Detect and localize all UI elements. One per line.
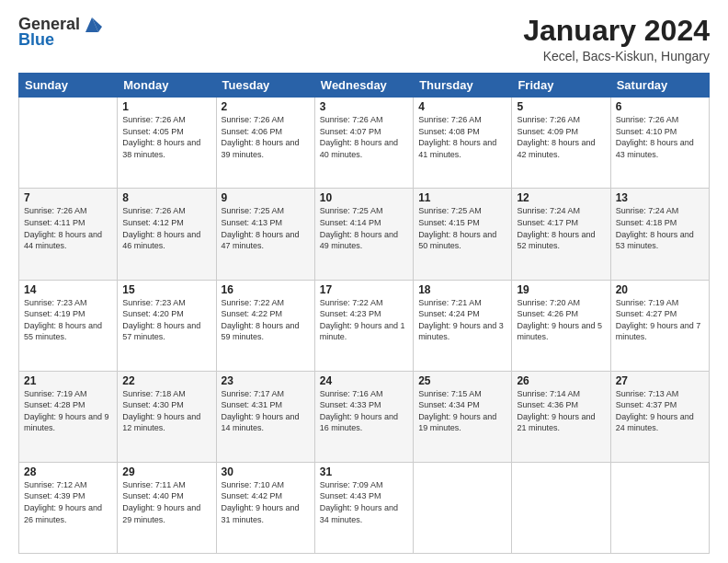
- table-row: [19, 98, 118, 189]
- cell-info: Sunrise: 7:19 AMSunset: 4:27 PMDaylight:…: [616, 297, 704, 343]
- day-number: 14: [24, 283, 112, 296]
- calendar-week-row: 1Sunrise: 7:26 AMSunset: 4:05 PMDaylight…: [19, 98, 710, 189]
- day-number: 11: [418, 191, 506, 204]
- month-title: January 2024: [523, 15, 710, 47]
- logo: General Blue: [18, 15, 102, 50]
- day-number: 17: [320, 283, 408, 296]
- day-number: 30: [222, 465, 310, 478]
- day-number: 29: [122, 465, 210, 478]
- day-number: 9: [222, 191, 310, 204]
- cell-info: Sunrise: 7:22 AMSunset: 4:22 PMDaylight:…: [222, 297, 310, 343]
- logo-icon: [82, 16, 102, 34]
- cell-info: Sunrise: 7:24 AMSunset: 4:17 PMDaylight:…: [517, 205, 605, 251]
- cell-info: Sunrise: 7:12 AMSunset: 4:39 PMDaylight:…: [24, 479, 112, 525]
- calendar-week-row: 14Sunrise: 7:23 AMSunset: 4:19 PMDayligh…: [19, 280, 710, 371]
- day-number: 7: [24, 191, 112, 204]
- table-row: 7Sunrise: 7:26 AMSunset: 4:11 PMDaylight…: [19, 189, 118, 280]
- table-row: 11Sunrise: 7:25 AMSunset: 4:15 PMDayligh…: [414, 189, 512, 280]
- table-row: 2Sunrise: 7:26 AMSunset: 4:06 PMDaylight…: [216, 98, 314, 189]
- cell-info: Sunrise: 7:26 AMSunset: 4:05 PMDaylight:…: [122, 114, 210, 160]
- day-number: 26: [517, 374, 605, 387]
- header: General Blue January 2024 Kecel, Bacs-Ki…: [18, 15, 710, 63]
- table-row: [414, 462, 512, 553]
- col-tuesday: Tuesday: [216, 74, 314, 98]
- table-row: 3Sunrise: 7:26 AMSunset: 4:07 PMDaylight…: [314, 98, 413, 189]
- table-row: 14Sunrise: 7:23 AMSunset: 4:19 PMDayligh…: [19, 280, 118, 371]
- table-row: 4Sunrise: 7:26 AMSunset: 4:08 PMDaylight…: [414, 98, 512, 189]
- cell-info: Sunrise: 7:26 AMSunset: 4:07 PMDaylight:…: [320, 114, 408, 160]
- cell-info: Sunrise: 7:24 AMSunset: 4:18 PMDaylight:…: [616, 205, 704, 251]
- table-row: 28Sunrise: 7:12 AMSunset: 4:39 PMDayligh…: [19, 462, 118, 553]
- day-number: 22: [122, 374, 210, 387]
- cell-info: Sunrise: 7:18 AMSunset: 4:30 PMDaylight:…: [122, 388, 210, 434]
- cell-info: Sunrise: 7:17 AMSunset: 4:31 PMDaylight:…: [222, 388, 310, 434]
- cell-info: Sunrise: 7:26 AMSunset: 4:10 PMDaylight:…: [616, 114, 704, 160]
- day-number: 2: [222, 100, 310, 113]
- table-row: 10Sunrise: 7:25 AMSunset: 4:14 PMDayligh…: [314, 189, 413, 280]
- cell-info: Sunrise: 7:23 AMSunset: 4:19 PMDaylight:…: [24, 297, 112, 343]
- calendar-header-row: Sunday Monday Tuesday Wednesday Thursday…: [19, 74, 710, 98]
- cell-info: Sunrise: 7:15 AMSunset: 4:34 PMDaylight:…: [418, 388, 506, 434]
- day-number: 28: [24, 465, 112, 478]
- cell-info: Sunrise: 7:19 AMSunset: 4:28 PMDaylight:…: [24, 388, 112, 434]
- cell-info: Sunrise: 7:25 AMSunset: 4:14 PMDaylight:…: [320, 205, 408, 251]
- day-number: 8: [122, 191, 210, 204]
- table-row: 12Sunrise: 7:24 AMSunset: 4:17 PMDayligh…: [512, 189, 610, 280]
- col-sunday: Sunday: [19, 74, 118, 98]
- logo-blue: Blue: [18, 30, 54, 50]
- day-number: 13: [616, 191, 704, 204]
- cell-info: Sunrise: 7:26 AMSunset: 4:08 PMDaylight:…: [418, 114, 506, 160]
- table-row: 24Sunrise: 7:16 AMSunset: 4:33 PMDayligh…: [314, 371, 413, 462]
- cell-info: Sunrise: 7:26 AMSunset: 4:12 PMDaylight:…: [122, 205, 210, 251]
- header-right: January 2024 Kecel, Bacs-Kiskun, Hungary: [523, 15, 710, 63]
- cell-info: Sunrise: 7:25 AMSunset: 4:15 PMDaylight:…: [418, 205, 506, 251]
- table-row: 29Sunrise: 7:11 AMSunset: 4:40 PMDayligh…: [118, 462, 216, 553]
- day-number: 20: [616, 283, 704, 296]
- cell-info: Sunrise: 7:13 AMSunset: 4:37 PMDaylight:…: [616, 388, 704, 434]
- table-row: 13Sunrise: 7:24 AMSunset: 4:18 PMDayligh…: [610, 189, 709, 280]
- day-number: 25: [418, 374, 506, 387]
- day-number: 1: [122, 100, 210, 113]
- calendar-week-row: 28Sunrise: 7:12 AMSunset: 4:39 PMDayligh…: [19, 462, 710, 553]
- table-row: 17Sunrise: 7:22 AMSunset: 4:23 PMDayligh…: [314, 280, 413, 371]
- day-number: 19: [517, 283, 605, 296]
- table-row: 23Sunrise: 7:17 AMSunset: 4:31 PMDayligh…: [216, 371, 314, 462]
- cell-info: Sunrise: 7:23 AMSunset: 4:20 PMDaylight:…: [122, 297, 210, 343]
- day-number: 10: [320, 191, 408, 204]
- table-row: 22Sunrise: 7:18 AMSunset: 4:30 PMDayligh…: [118, 371, 216, 462]
- day-number: 4: [418, 100, 506, 113]
- table-row: [610, 462, 709, 553]
- table-row: 15Sunrise: 7:23 AMSunset: 4:20 PMDayligh…: [118, 280, 216, 371]
- table-row: 26Sunrise: 7:14 AMSunset: 4:36 PMDayligh…: [512, 371, 610, 462]
- day-number: 12: [517, 191, 605, 204]
- calendar-week-row: 21Sunrise: 7:19 AMSunset: 4:28 PMDayligh…: [19, 371, 710, 462]
- table-row: 6Sunrise: 7:26 AMSunset: 4:10 PMDaylight…: [610, 98, 709, 189]
- cell-info: Sunrise: 7:26 AMSunset: 4:09 PMDaylight:…: [517, 114, 605, 160]
- cell-info: Sunrise: 7:26 AMSunset: 4:11 PMDaylight:…: [24, 205, 112, 251]
- table-row: 30Sunrise: 7:10 AMSunset: 4:42 PMDayligh…: [216, 462, 314, 553]
- cell-info: Sunrise: 7:20 AMSunset: 4:26 PMDaylight:…: [517, 297, 605, 343]
- day-number: 6: [616, 100, 704, 113]
- day-number: 24: [320, 374, 408, 387]
- day-number: 15: [122, 283, 210, 296]
- calendar-week-row: 7Sunrise: 7:26 AMSunset: 4:11 PMDaylight…: [19, 189, 710, 280]
- cell-info: Sunrise: 7:22 AMSunset: 4:23 PMDaylight:…: [320, 297, 408, 343]
- col-thursday: Thursday: [414, 74, 512, 98]
- cell-info: Sunrise: 7:16 AMSunset: 4:33 PMDaylight:…: [320, 388, 408, 434]
- table-row: 19Sunrise: 7:20 AMSunset: 4:26 PMDayligh…: [512, 280, 610, 371]
- col-friday: Friday: [512, 74, 610, 98]
- day-number: 16: [222, 283, 310, 296]
- location: Kecel, Bacs-Kiskun, Hungary: [523, 49, 710, 63]
- table-row: 27Sunrise: 7:13 AMSunset: 4:37 PMDayligh…: [610, 371, 709, 462]
- day-number: 31: [320, 465, 408, 478]
- col-saturday: Saturday: [610, 74, 709, 98]
- day-number: 21: [24, 374, 112, 387]
- table-row: 5Sunrise: 7:26 AMSunset: 4:09 PMDaylight…: [512, 98, 610, 189]
- cell-info: Sunrise: 7:09 AMSunset: 4:43 PMDaylight:…: [320, 479, 408, 525]
- table-row: 18Sunrise: 7:21 AMSunset: 4:24 PMDayligh…: [414, 280, 512, 371]
- col-wednesday: Wednesday: [314, 74, 413, 98]
- table-row: 31Sunrise: 7:09 AMSunset: 4:43 PMDayligh…: [314, 462, 413, 553]
- table-row: 21Sunrise: 7:19 AMSunset: 4:28 PMDayligh…: [19, 371, 118, 462]
- table-row: 20Sunrise: 7:19 AMSunset: 4:27 PMDayligh…: [610, 280, 709, 371]
- cell-info: Sunrise: 7:25 AMSunset: 4:13 PMDaylight:…: [222, 205, 310, 251]
